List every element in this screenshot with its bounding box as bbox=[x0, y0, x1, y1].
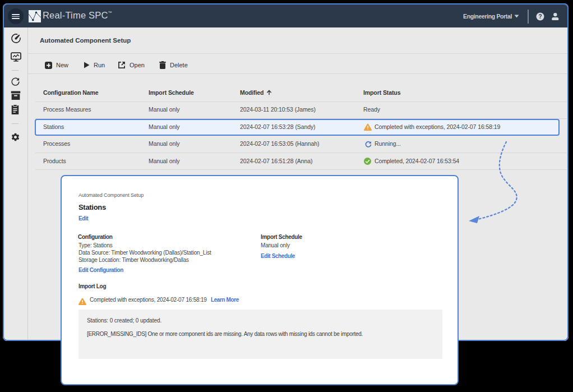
svg-text:?: ? bbox=[538, 13, 542, 20]
